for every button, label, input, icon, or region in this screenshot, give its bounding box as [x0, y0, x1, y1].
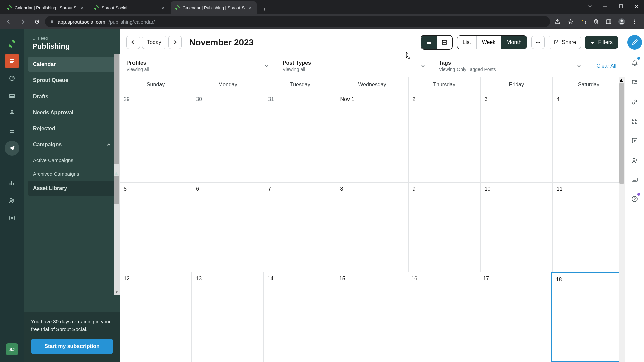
url-field[interactable]: app.sproutsocial.com/publishing/calendar… [45, 16, 550, 27]
back-button[interactable] [3, 16, 15, 28]
calendar-cell[interactable]: 10 [481, 183, 553, 272]
add-user-icon[interactable] [629, 154, 641, 166]
nav-people-icon[interactable] [5, 193, 19, 208]
bookmark-star-icon[interactable] [565, 16, 576, 27]
clear-all-link[interactable]: Clear All [588, 55, 625, 77]
sidebar-item-asset-library[interactable]: Asset Library [28, 181, 116, 196]
calendar-cell[interactable]: 30 [192, 93, 264, 182]
nav-pin-icon[interactable] [5, 106, 19, 121]
view-month-button[interactable]: Month [501, 36, 527, 49]
calendar-cell[interactable]: 15 [335, 272, 407, 362]
calendar-scrollbar[interactable]: ▲ [619, 77, 625, 362]
calendar-cell[interactable]: 3 [481, 93, 553, 182]
scrollbar-thumb[interactable] [619, 83, 624, 184]
minimize-icon[interactable] [598, 1, 613, 12]
nav-library-icon[interactable] [5, 210, 19, 225]
filters-button[interactable]: Filters [585, 36, 618, 49]
notifications-icon[interactable] [629, 57, 641, 69]
scroll-up-icon[interactable]: ▲ [619, 77, 625, 83]
link-icon[interactable] [629, 96, 641, 108]
filter-profiles[interactable]: Profiles Viewing all [120, 55, 276, 77]
sidebar-item-rejected[interactable]: Rejected [28, 121, 116, 136]
density-expanded-button[interactable] [437, 36, 452, 49]
calendar-cell[interactable]: 6 [192, 183, 264, 272]
browser-tab[interactable]: Calendar | Publishing | Sprout S ✕ [171, 1, 257, 14]
profile-avatar-icon[interactable] [616, 16, 627, 27]
scrollbar-thumb[interactable] [114, 54, 119, 164]
scroll-up-icon[interactable]: ▲ [114, 170, 120, 176]
calendar-cell[interactable]: 11 [553, 183, 625, 272]
browser-tab[interactable]: Sprout Social ✕ [90, 1, 170, 14]
url-path: /publishing/calendar/ [109, 19, 155, 25]
keyboard-icon[interactable] [629, 174, 641, 186]
share-page-icon[interactable] [552, 16, 564, 27]
maximize-icon[interactable] [613, 1, 629, 12]
reload-button[interactable] [31, 16, 43, 28]
calendar-cell[interactable]: 13 [192, 272, 263, 362]
reply-approval-icon[interactable] [629, 76, 641, 88]
close-icon[interactable]: ✕ [79, 5, 85, 10]
calendar-cell[interactable]: 9 [409, 183, 481, 272]
close-icon[interactable]: ✕ [247, 5, 253, 10]
tabs-dropdown-icon[interactable] [582, 1, 598, 12]
close-icon[interactable]: ✕ [161, 5, 166, 10]
filter-post-types[interactable]: Post Types Viewing all [276, 55, 432, 77]
nav-listening-icon[interactable] [5, 158, 19, 173]
new-tab-button[interactable]: ＋ [259, 4, 269, 14]
apps-grid-icon[interactable] [629, 115, 641, 127]
prev-period-button[interactable] [126, 36, 140, 49]
filter-tags[interactable]: Tags Viewing Only Tagged Posts [432, 55, 589, 77]
calendar-cell[interactable]: 4 [553, 93, 625, 182]
sidebar-subitem-archived-campaigns[interactable]: Archived Campaigns [28, 167, 116, 181]
share-button[interactable]: Share [549, 36, 581, 49]
close-window-icon[interactable]: ✕ [629, 1, 644, 12]
sidepanel-icon[interactable] [603, 16, 614, 27]
sidebar-item-sprout-queue[interactable]: Sprout Queue [28, 73, 116, 88]
help-icon[interactable] [629, 193, 641, 205]
toolbar: Today November 2023 List Week Month Shar… [120, 29, 625, 55]
sidebar-inner-scrollbar[interactable]: ▲ ▼ [114, 170, 120, 210]
sprout-logo-icon[interactable] [5, 36, 19, 51]
extensions-icon[interactable] [590, 16, 602, 27]
view-week-button[interactable]: Week [477, 36, 501, 49]
next-period-button[interactable] [168, 36, 182, 49]
today-button[interactable]: Today [142, 36, 166, 49]
forward-button[interactable] [17, 16, 29, 28]
nav-inbox-icon[interactable] [5, 88, 19, 103]
nav-send-icon[interactable] [5, 141, 19, 156]
calendar-cell[interactable]: 17 [479, 272, 551, 362]
sidebar-item-calendar[interactable]: Calendar [28, 57, 116, 72]
density-compact-button[interactable] [421, 36, 437, 49]
compose-button[interactable] [627, 35, 642, 50]
nav-reports-icon[interactable] [5, 176, 19, 190]
sidebar-subitem-active-campaigns[interactable]: Active Campaigns [28, 153, 116, 167]
calendar-cell[interactable]: 7 [264, 183, 336, 272]
add-panel-icon[interactable] [629, 135, 641, 147]
nav-publishing-icon[interactable] [5, 54, 19, 68]
extensions-badge-icon[interactable] [578, 16, 589, 27]
sidebar-item-drafts[interactable]: Drafts [28, 89, 116, 104]
breadcrumb[interactable]: UI Feed [32, 36, 112, 41]
nav-feeds-icon[interactable] [5, 123, 19, 138]
start-subscription-button[interactable]: Start my subscription [31, 339, 113, 354]
view-list-button[interactable]: List [457, 36, 477, 49]
calendar-cell[interactable]: 5 [120, 183, 192, 272]
calendar-cell[interactable]: 8 [336, 183, 408, 272]
calendar-cell[interactable]: 12 [120, 272, 192, 362]
calendar-cell[interactable]: 18 [551, 272, 625, 362]
calendar-cell[interactable]: 31 [264, 93, 336, 182]
sidebar-item-needs-approval[interactable]: Needs Approval [28, 105, 116, 120]
calendar-cell[interactable]: 14 [264, 272, 335, 362]
browser-tab[interactable]: Calendar | Publishing | Sprout S ✕ [3, 1, 89, 14]
calendar-cell[interactable]: Nov 1 [336, 93, 408, 182]
chrome-menu-icon[interactable] [629, 16, 640, 27]
sidebar-item-campaigns[interactable]: Campaigns [28, 137, 116, 153]
calendar-cell[interactable]: 2 [409, 93, 481, 182]
scroll-down-icon[interactable]: ▼ [114, 289, 120, 295]
more-menu-button[interactable] [531, 36, 545, 49]
calendar-cell[interactable]: 29 [120, 93, 192, 182]
scrollbar-thumb[interactable] [114, 176, 119, 204]
nav-dashboard-icon[interactable] [5, 71, 19, 86]
user-avatar[interactable]: SJ [6, 343, 18, 355]
calendar-cell[interactable]: 16 [407, 272, 479, 362]
